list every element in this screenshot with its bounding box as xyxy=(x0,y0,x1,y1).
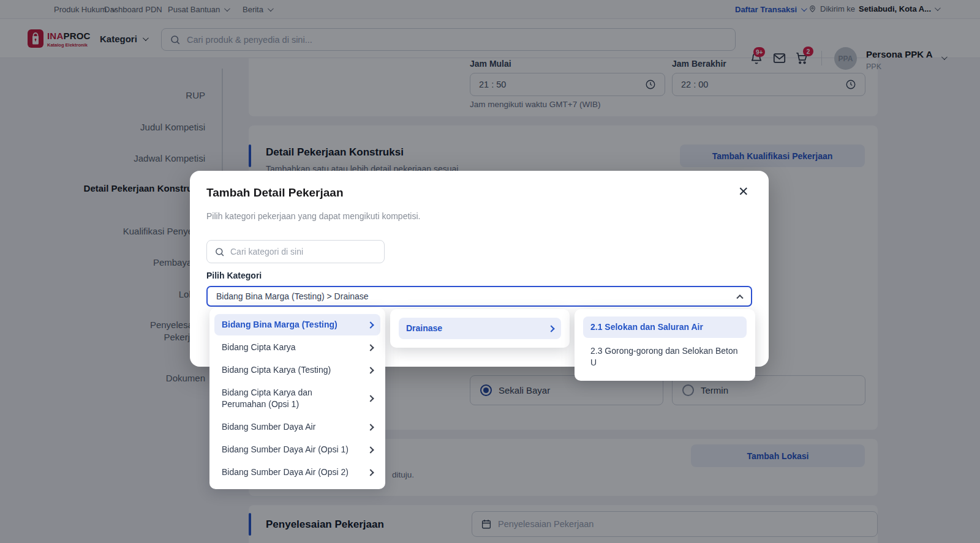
option-bidang-bina-marga-testing[interactable]: Bidang Bina Marga (Testing) xyxy=(214,314,380,335)
option-bidang-cipta-karya[interactable]: Bidang Cipta Karya xyxy=(214,337,380,358)
close-icon[interactable]: ✕ xyxy=(738,185,749,198)
option-bidang-sumber-daya-air-opsi2[interactable]: Bidang Sumber Daya Air (Opsi 2) xyxy=(214,462,380,483)
chevron-right-icon xyxy=(367,344,374,351)
option-label: Drainase xyxy=(406,323,543,334)
chevron-right-icon xyxy=(367,395,374,402)
option-bidang-cipta-karya-perumahan[interactable]: Bidang Cipta Karya dan Perumahan (Opsi 1… xyxy=(214,382,380,415)
option-label: Bidang Cipta Karya dan Perumahan (Opsi 1… xyxy=(222,387,344,410)
chevron-right-icon xyxy=(367,321,374,328)
chevron-right-icon xyxy=(548,325,554,332)
modal-title: Tambah Detail Pekerjaan xyxy=(206,186,344,200)
option-label: Bidang Sumber Daya Air (Opsi 2) xyxy=(222,466,362,478)
category-search-input[interactable] xyxy=(230,247,377,257)
chevron-right-icon xyxy=(367,446,374,453)
category-search xyxy=(206,240,385,263)
option-label: 2.1 Selokan dan Saluran Air xyxy=(590,321,739,333)
option-label: Bidang Sumber Daya Air xyxy=(222,421,362,433)
option-drainase[interactable]: Drainase xyxy=(399,318,561,339)
chevron-right-icon xyxy=(367,367,374,373)
pilih-kategori-label: Pilih Kategori xyxy=(206,271,262,280)
category-level3-panel: 2.1 Selokan dan Saluran Air 2.3 Gorong-g… xyxy=(575,309,755,381)
chevron-right-icon xyxy=(367,469,374,476)
category-level1-panel: Bidang Bina Marga (Testing) Bidang Cipta… xyxy=(209,308,385,489)
category-select[interactable]: Bidang Bina Marga (Testing) > Drainase xyxy=(206,286,752,307)
option-selokan-saluran-air[interactable]: 2.1 Selokan dan Saluran Air xyxy=(583,316,747,338)
option-label: Bidang Bina Marga (Testing) xyxy=(222,319,362,331)
option-label: Bidang Sumber Daya Air (Opsi 1) xyxy=(222,444,362,455)
category-select-value: Bidang Bina Marga (Testing) > Drainase xyxy=(216,291,737,301)
option-bidang-cipta-karya-testing[interactable]: Bidang Cipta Karya (Testing) xyxy=(214,359,380,381)
category-level2-panel: Drainase xyxy=(390,309,570,348)
option-bidang-sumber-daya-air-opsi1[interactable]: Bidang Sumber Daya Air (Opsi 1) xyxy=(214,439,380,460)
option-gorong-gorong[interactable]: 2.3 Gorong-gorong dan Selokan Beton U xyxy=(583,340,747,373)
search-icon xyxy=(214,247,225,257)
option-bidang-sumber-daya-air[interactable]: Bidang Sumber Daya Air xyxy=(214,416,380,438)
chevron-up-icon xyxy=(736,294,743,301)
option-label: Bidang Cipta Karya (Testing) xyxy=(222,364,362,376)
option-label: Bidang Cipta Karya xyxy=(222,342,362,353)
modal-subtitle: Pilih kategori pekerjaan yang dapat meng… xyxy=(206,211,420,221)
option-label: 2.3 Gorong-gorong dan Selokan Beton U xyxy=(590,345,739,369)
chevron-right-icon xyxy=(367,424,374,430)
